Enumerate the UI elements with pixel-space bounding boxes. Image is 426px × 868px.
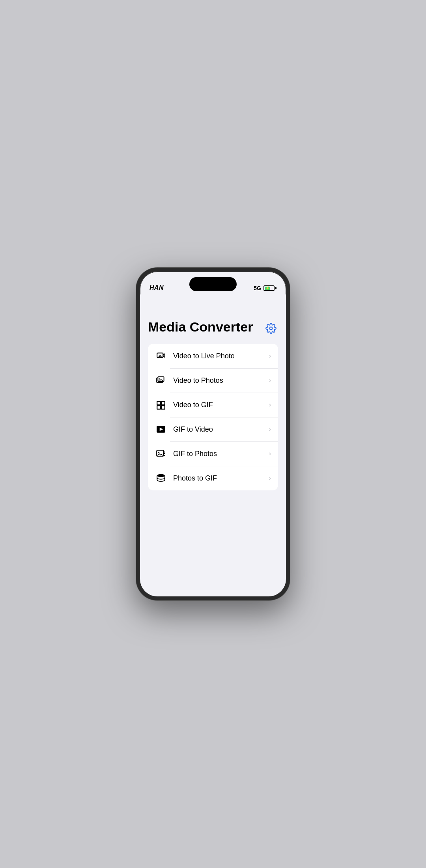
svg-point-17: [158, 452, 159, 453]
svg-rect-11: [162, 402, 164, 404]
menu-label-video-to-live-photo: Video to Live Photo: [173, 352, 269, 360]
chevron-right-icon: ›: [269, 352, 271, 359]
battery-indicator: ⚡: [263, 285, 277, 291]
chevron-right-icon: ›: [269, 426, 271, 433]
svg-point-5: [159, 378, 160, 380]
carrier-label: HAN: [149, 284, 164, 291]
gif-video-icon: [155, 423, 167, 435]
chevron-right-icon: ›: [269, 401, 271, 408]
settings-button[interactable]: [264, 321, 278, 335]
menu-label-gif-to-photos: GIF to Photos: [173, 450, 269, 458]
menu-list: Video to Live Photo › Video to Photos ›: [148, 344, 278, 490]
page-title: Media Converter: [148, 320, 278, 334]
phone-frame: HAN 5G ⚡ Media Converter: [136, 268, 290, 600]
menu-item-video-to-live-photo[interactable]: Video to Live Photo ›: [148, 344, 278, 368]
menu-item-gif-to-photos[interactable]: GIF to Photos ›: [148, 441, 278, 466]
video-photos-icon: [155, 374, 167, 386]
menu-item-gif-to-video[interactable]: GIF to Video ›: [148, 417, 278, 441]
video-live-photo-icon: [155, 350, 167, 362]
svg-point-0: [270, 327, 273, 330]
menu-label-gif-to-video: GIF to Video: [173, 425, 269, 434]
svg-rect-13: [162, 406, 164, 409]
menu-label-video-to-photos: Video to Photos: [173, 376, 269, 385]
chevron-right-icon: ›: [269, 475, 271, 482]
screen-content: Media Converter Video to Live Photo ›: [140, 294, 286, 596]
photos-gif-icon: [155, 472, 167, 484]
menu-label-photos-to-gif: Photos to GIF: [173, 474, 269, 482]
dynamic-island: [189, 277, 237, 291]
menu-item-photos-to-gif[interactable]: Photos to GIF ›: [148, 466, 278, 490]
svg-point-2: [159, 355, 161, 356]
svg-rect-10: [157, 402, 160, 404]
svg-point-18: [157, 474, 165, 477]
gear-icon: [265, 323, 277, 334]
svg-rect-12: [157, 406, 160, 409]
video-gif-icon: [155, 399, 167, 411]
menu-item-video-to-gif[interactable]: Video to GIF ›: [148, 393, 278, 417]
chevron-right-icon: ›: [269, 450, 271, 457]
status-indicators: 5G ⚡: [254, 285, 277, 291]
menu-label-video-to-gif: Video to GIF: [173, 401, 269, 409]
network-label: 5G: [254, 285, 261, 291]
gif-photos-icon: [155, 448, 167, 460]
chevron-right-icon: ›: [269, 377, 271, 384]
menu-item-video-to-photos[interactable]: Video to Photos ›: [148, 368, 278, 393]
battery-bolt-icon: ⚡: [265, 286, 270, 290]
